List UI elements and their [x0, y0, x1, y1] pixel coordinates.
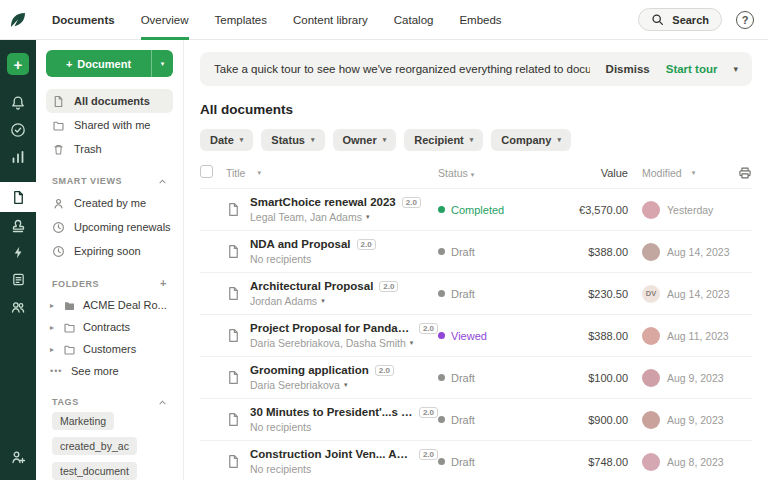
collapse-chevron-icon[interactable]	[158, 177, 167, 186]
automations-icon[interactable]	[0, 239, 36, 266]
rail-add-button[interactable]: +	[7, 53, 29, 75]
filter-owner[interactable]: Owner▾	[333, 129, 397, 151]
chevron-right-icon: ▸	[50, 301, 58, 310]
table-row[interactable]: NDA and Proposal2.0 No recipients Draft …	[200, 230, 752, 272]
sidebar-item-created-by-me[interactable]: Created by me	[46, 191, 173, 215]
recipients[interactable]: Jordan Adams▾	[250, 295, 398, 307]
caret-down-icon: ▾	[383, 136, 387, 144]
modified-date: Aug 8, 2023	[667, 456, 724, 468]
pandadoc-logo[interactable]	[0, 10, 36, 30]
modified-date: Aug 14, 2023	[667, 288, 729, 300]
contacts-icon[interactable]	[0, 293, 36, 320]
document-title[interactable]: NDA and Proposal	[250, 238, 351, 250]
folder-icon	[63, 321, 78, 334]
status-dot	[438, 458, 445, 465]
filter-status[interactable]: Status▾	[261, 129, 324, 151]
sidebar-item-label: Expiring soon	[74, 245, 141, 257]
document-title[interactable]: Architectural Proposal	[250, 280, 373, 292]
tag-pill[interactable]: Marketing	[52, 412, 114, 430]
collapse-chevron-icon[interactable]	[158, 398, 167, 407]
document-icon	[226, 286, 241, 301]
sidebar-item-label: Created by me	[74, 197, 146, 209]
folder-item-acme[interactable]: ▸ ACME Deal Ro...	[46, 294, 173, 316]
select-all-checkbox[interactable]	[200, 165, 213, 178]
filter-date[interactable]: Date▾	[200, 129, 253, 151]
sidebar-item-shared-with-me[interactable]: Shared with me	[46, 113, 173, 137]
smart-views-header: SMART VIEWS	[52, 176, 167, 186]
recipients[interactable]: Daria Serebriakova, Dasha Smith▾	[250, 337, 438, 349]
document-icon	[226, 454, 241, 469]
add-folder-icon[interactable]: +	[160, 278, 167, 289]
column-title[interactable]: Title▾	[226, 167, 438, 179]
sidebar-item-trash[interactable]: Trash	[46, 137, 173, 161]
sidebar-item-all-documents[interactable]: All documents	[46, 89, 173, 113]
reports-icon[interactable]	[0, 143, 36, 170]
tab-embeds[interactable]: Embeds	[459, 0, 501, 40]
caret-down-icon: ▾	[344, 381, 348, 389]
esign-stamp-icon[interactable]	[0, 212, 36, 239]
status-badge: Draft	[438, 414, 543, 426]
status-dot	[438, 332, 445, 339]
section-title: SMART VIEWS	[52, 176, 122, 186]
sidebar-item-expiring-soon[interactable]: Expiring soon	[46, 239, 173, 263]
page-title: All documents	[200, 102, 752, 117]
document-title[interactable]: Grooming application	[250, 364, 369, 376]
sidebar: +Document ▾ All documents Shared with me…	[36, 40, 184, 480]
tab-catalog[interactable]: Catalog	[394, 0, 434, 40]
approvals-icon[interactable]	[0, 116, 36, 143]
tags-header: TAGS	[52, 397, 167, 407]
new-document-button[interactable]: +Document ▾	[46, 50, 173, 77]
avatar: DV	[642, 285, 660, 303]
tag-pill[interactable]: created_by_ac	[52, 437, 137, 455]
table-row[interactable]: Construction Joint Ven... Agreement2.0 N…	[200, 440, 752, 480]
column-status[interactable]: Status▾	[438, 167, 543, 179]
caret-down-icon: ▾	[470, 136, 474, 144]
modified-date: Aug 14, 2023	[667, 246, 729, 258]
help-icon[interactable]: ?	[736, 11, 754, 29]
filter-company[interactable]: Company▾	[491, 129, 571, 151]
filter-recipient[interactable]: Recipient▾	[404, 129, 483, 151]
table-header: Title▾ Status▾ Value Modified▾	[200, 165, 752, 188]
search-button[interactable]: Search	[638, 8, 722, 31]
notifications-icon[interactable]	[0, 89, 36, 116]
table-row[interactable]: Architectural Proposal2.0 Jordan Adams▾ …	[200, 272, 752, 314]
tour-banner: Take a quick tour to see how we've reorg…	[200, 52, 752, 86]
tab-content-library[interactable]: Content library	[293, 0, 368, 40]
table-row[interactable]: SmartChoice renewal 20232.0 Legal Team, …	[200, 188, 752, 230]
start-tour-button[interactable]: Start tour	[666, 63, 718, 75]
document-icon	[226, 328, 241, 343]
table-row[interactable]: 30 Minutes to President'...s Proposal2.0…	[200, 398, 752, 440]
table-row[interactable]: Project Proposal for PandaDoc2.0 Daria S…	[200, 314, 752, 356]
recipients[interactable]: Daria Serebriakova▾	[250, 379, 394, 391]
tab-documents[interactable]: Documents	[52, 0, 115, 40]
tab-overview[interactable]: Overview	[141, 0, 189, 40]
sidebar-item-upcoming-renewals[interactable]: Upcoming renewals	[46, 215, 173, 239]
forms-icon[interactable]	[0, 266, 36, 293]
chevron-right-icon: ▸	[50, 345, 58, 354]
document-value: $900.00	[543, 414, 628, 426]
document-title[interactable]: Construction Joint Ven... Agreement	[250, 448, 413, 460]
version-badge: 2.0	[402, 197, 421, 208]
tab-templates[interactable]: Templates	[215, 0, 267, 40]
document-title[interactable]: SmartChoice renewal 2023	[250, 196, 396, 208]
documents-section-icon[interactable]	[0, 182, 36, 212]
new-document-dropdown[interactable]: ▾	[151, 50, 173, 77]
search-icon	[651, 13, 666, 26]
column-value[interactable]: Value	[543, 167, 628, 179]
folder-item-customers[interactable]: ▸ Customers	[46, 338, 173, 360]
folder-item-contracts[interactable]: ▸ Contracts	[46, 316, 173, 338]
dismiss-button[interactable]: Dismiss	[606, 63, 650, 75]
document-icon	[52, 95, 67, 108]
chevron-down-icon[interactable]: ▾	[733, 64, 738, 74]
status-badge: Draft	[438, 372, 543, 384]
print-icon[interactable]	[728, 166, 752, 180]
document-title[interactable]: Project Proposal for PandaDoc	[250, 322, 413, 334]
tag-pill[interactable]: test_document	[52, 462, 137, 480]
recipients[interactable]: Legal Team, Jan Adams▾	[250, 211, 421, 223]
column-modified[interactable]: Modified▾	[628, 167, 728, 179]
folders-see-more[interactable]: ••• See more	[46, 360, 173, 382]
table-row[interactable]: Grooming application2.0 Daria Serebriako…	[200, 356, 752, 398]
invite-user-icon[interactable]	[0, 443, 36, 470]
document-title[interactable]: 30 Minutes to President'...s Proposal	[250, 406, 413, 418]
folder-label: Customers	[83, 343, 136, 355]
